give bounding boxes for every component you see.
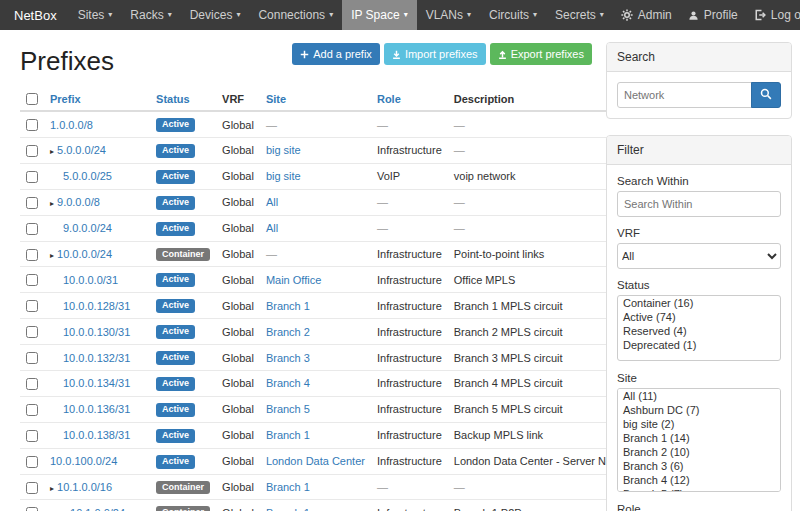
site-link[interactable]: All (266, 222, 278, 234)
site-link[interactable]: London Data Center (266, 455, 365, 467)
page-title: Prefixes (20, 46, 114, 77)
table-row: ▸10.1.0.0/16ContainerGlobalBranch 1—— (20, 474, 644, 500)
site-link[interactable]: Branch 5 (266, 403, 310, 415)
nav-item-secrets[interactable]: Secrets▾ (546, 0, 613, 30)
row-checkbox[interactable] (26, 249, 38, 261)
nav-item-sites[interactable]: Sites▾ (69, 0, 122, 30)
row-checkbox-cell (20, 215, 44, 241)
column-header-prefix[interactable]: Prefix (44, 87, 150, 111)
column-header-role[interactable]: Role (371, 87, 448, 111)
row-checkbox[interactable] (26, 482, 38, 494)
row-checkbox[interactable] (26, 352, 38, 364)
prefix-link[interactable]: 10.0.0.0/24 (57, 248, 112, 260)
status-cell: Container (150, 241, 216, 267)
filter-option[interactable]: Branch 5 (7) (618, 487, 780, 492)
site-link[interactable]: Branch 1 (266, 429, 310, 441)
export-prefixes-button[interactable]: Export prefixes (490, 43, 592, 65)
nav-item-label: Circuits (489, 8, 529, 22)
site-link[interactable]: big site (266, 144, 301, 156)
prefix-link[interactable]: 9.0.0.0/24 (63, 222, 112, 234)
nav-item-label: IP Space (351, 8, 399, 22)
filter-option[interactable]: Branch 3 (6) (618, 459, 780, 473)
site-link[interactable]: Branch 1 (266, 507, 310, 511)
filter-option[interactable]: Active (74) (618, 310, 780, 324)
row-checkbox[interactable] (26, 378, 38, 390)
prefix-link[interactable]: 10.0.0.132/31 (63, 352, 130, 364)
prefix-link[interactable]: 5.0.0.0/24 (57, 144, 106, 156)
select-all-checkbox[interactable] (26, 93, 38, 105)
site-link[interactable]: Branch 4 (266, 377, 310, 389)
site-link[interactable]: All (266, 196, 278, 208)
filter-option[interactable]: Ashburn DC (7) (618, 403, 780, 417)
table-row: 10.0.100.0/24ActiveGlobalLondon Data Cen… (20, 448, 644, 474)
prefix-link[interactable]: 10.0.0.138/31 (63, 429, 130, 441)
prefix-link[interactable]: 1.0.0.0/8 (50, 119, 93, 131)
site-filter-select[interactable]: All (11)Ashburn DC (7)big site (2)Branch… (617, 388, 781, 492)
logout-link[interactable]: Log out (746, 0, 800, 30)
column-header-status[interactable]: Status (150, 87, 216, 111)
filter-option[interactable]: Branch 4 (12) (618, 473, 780, 487)
admin-link[interactable]: Admin (613, 0, 680, 30)
prefix-link[interactable]: 5.0.0.0/25 (63, 170, 112, 182)
column-header-site[interactable]: Site (260, 87, 371, 111)
filter-option[interactable]: Deprecated (1) (618, 338, 780, 352)
top-navbar: NetBox Sites▾Racks▾Devices▾Connections▾I… (0, 0, 800, 30)
row-checkbox[interactable] (26, 404, 38, 416)
prefix-link[interactable]: 10.1.0.0/24 (70, 507, 125, 511)
status-filter-select[interactable]: Container (16)Active (74)Reserved (4)Dep… (617, 295, 781, 361)
prefix-link[interactable]: 10.0.0.130/31 (63, 326, 130, 338)
row-checkbox[interactable] (26, 223, 38, 235)
prefix-link[interactable]: 10.1.0.0/16 (57, 481, 112, 493)
prefix-link[interactable]: 10.0.0.128/31 (63, 300, 130, 312)
nav-item-ip-space[interactable]: IP Space▾ (342, 0, 417, 30)
site-link[interactable]: Branch 1 (266, 481, 310, 493)
filter-option[interactable]: Branch 2 (10) (618, 445, 780, 459)
nav-item-racks[interactable]: Racks▾ (121, 0, 180, 30)
caret-down-icon: ▾ (236, 11, 240, 19)
filter-option[interactable]: Container (16) (618, 296, 780, 310)
row-checkbox[interactable] (26, 197, 38, 209)
site-link[interactable]: Branch 1 (266, 300, 310, 312)
vrf-cell: Global (216, 241, 260, 267)
profile-link[interactable]: Profile (680, 0, 746, 30)
prefix-cell: ▸5.0.0.0/24 (44, 137, 150, 163)
row-checkbox[interactable] (26, 274, 38, 286)
role-cell: Infrastructure (371, 241, 448, 267)
nav-item-connections[interactable]: Connections▾ (249, 0, 342, 30)
prefix-link[interactable]: 10.0.100.0/24 (50, 455, 117, 467)
prefix-link[interactable]: 10.0.0.0/31 (63, 274, 118, 286)
row-checkbox[interactable] (26, 507, 38, 511)
app-brand[interactable]: NetBox (14, 0, 57, 30)
nav-item-circuits[interactable]: Circuits▾ (480, 0, 546, 30)
row-checkbox[interactable] (26, 430, 38, 442)
nav-item-vlans[interactable]: VLANs▾ (417, 0, 480, 30)
search-button[interactable] (751, 82, 781, 108)
row-checkbox[interactable] (26, 119, 38, 131)
row-checkbox[interactable] (26, 300, 38, 312)
import-prefixes-button[interactable]: Import prefixes (384, 43, 486, 65)
prefix-link[interactable]: 9.0.0.0/8 (57, 196, 100, 208)
filter-option[interactable]: Branch 1 (14) (618, 431, 780, 445)
site-link[interactable]: Branch 3 (266, 352, 310, 364)
site-link[interactable]: Branch 2 (266, 326, 310, 338)
prefix-cell: 10.0.0.136/31 (44, 396, 150, 422)
filter-option[interactable]: Reserved (4) (618, 324, 780, 338)
row-checkbox[interactable] (26, 171, 38, 183)
nav-item-devices[interactable]: Devices▾ (181, 0, 250, 30)
status-badge: Active (156, 377, 195, 391)
row-checkbox[interactable] (26, 145, 38, 157)
row-checkbox[interactable] (26, 326, 38, 338)
vrf-filter-select[interactable]: All (617, 243, 781, 269)
prefix-link[interactable]: 10.0.0.134/31 (63, 377, 130, 389)
prefix-link[interactable]: 10.0.0.136/31 (63, 403, 130, 415)
site-link[interactable]: big site (266, 170, 301, 182)
add-prefix-button[interactable]: Add a prefix (292, 43, 380, 65)
filter-option[interactable]: big site (2) (618, 417, 780, 431)
row-checkbox[interactable] (26, 456, 38, 468)
search-within-input[interactable] (617, 191, 781, 217)
site-link[interactable]: Main Office (266, 274, 321, 286)
site-cell: Branch 1 (260, 422, 371, 448)
role-cell: — (371, 111, 448, 137)
search-input[interactable] (617, 82, 752, 108)
filter-option[interactable]: All (11) (618, 389, 780, 403)
